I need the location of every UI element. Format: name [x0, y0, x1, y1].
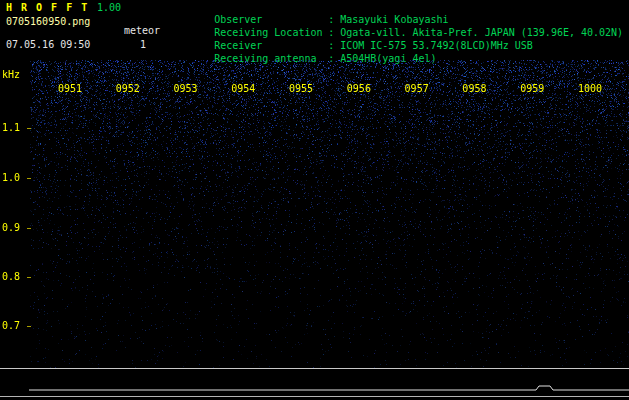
- y-tick: [27, 178, 31, 179]
- x-tick-label: 0955: [289, 84, 313, 94]
- y-tick-label: 0.8: [2, 272, 20, 282]
- x-axis-labels: 0951 0952 0953 0954 0955 0956 0957 0958 …: [58, 84, 602, 94]
- app-title: H R O F F T: [6, 3, 89, 13]
- app-version: 1.00: [97, 3, 121, 13]
- x-tick-label: 0957: [405, 84, 429, 94]
- x-tick-label: 0954: [231, 84, 255, 94]
- y-tick: [27, 128, 31, 129]
- y-axis-unit: kHz: [2, 70, 20, 80]
- count-label: 1: [140, 40, 146, 50]
- y-tick: [27, 277, 31, 278]
- signal-level-strip: [0, 368, 629, 397]
- x-tick-label: 0959: [520, 84, 544, 94]
- signal-level-trace: [0, 369, 629, 396]
- output-filename: 0705160950.png: [6, 17, 90, 27]
- y-tick: [27, 228, 31, 229]
- mode-label: meteor: [124, 26, 160, 36]
- x-tick-label: 0958: [462, 84, 486, 94]
- y-tick: [27, 326, 31, 327]
- spectrogram-noise-canvas: [0, 60, 629, 368]
- x-tick-label: 0951: [58, 84, 82, 94]
- x-tick-label: 0952: [116, 84, 140, 94]
- x-tick-label: 0953: [174, 84, 198, 94]
- y-tick-label: 1.0: [2, 173, 20, 183]
- y-tick-label: 1.1: [2, 123, 20, 133]
- x-tick-label: 1000: [578, 84, 602, 94]
- x-tick-label: 0956: [347, 84, 371, 94]
- y-tick-label: 0.9: [2, 223, 20, 233]
- datetime-label: 07.05.16 09:50: [6, 40, 90, 50]
- y-tick-label: 0.7: [2, 321, 20, 331]
